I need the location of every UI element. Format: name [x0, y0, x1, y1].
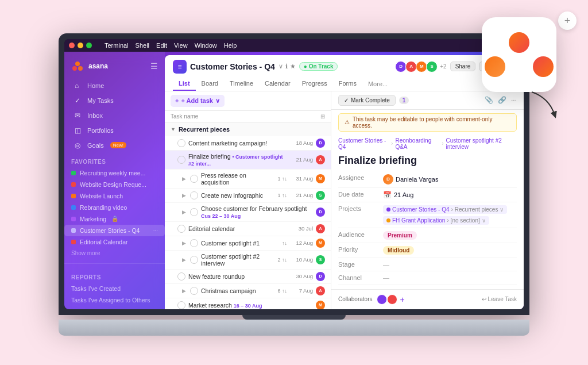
close-button[interactable] — [69, 43, 75, 48]
task-expand-icon[interactable]: ▶ — [182, 176, 186, 182]
attach-icon[interactable]: 📎 — [485, 96, 493, 104]
task-row-finalize[interactable]: Finalize briefing • Customer spotlight #… — [165, 151, 331, 170]
leave-task-button[interactable]: ↩ Leave Task — [482, 296, 517, 302]
audience-value[interactable]: Premium — [383, 231, 517, 240]
show-more-link[interactable]: Show more — [64, 248, 165, 259]
task-checkbox-spotlight2[interactable] — [190, 256, 198, 264]
section-header-recurrent[interactable]: ▼ Recurrent pieces — [165, 122, 331, 136]
task-row-spotlight2[interactable]: ▶ Customer spotlight #2 interview 2 ↑↓ 1… — [165, 251, 331, 270]
task-row-feature[interactable]: New feature roundup 30 Aug D — [165, 270, 331, 284]
menu-edit[interactable]: Edit — [156, 42, 167, 49]
info-icon[interactable]: ℹ — [285, 63, 288, 70]
task-expand-icon-2[interactable]: ▶ — [182, 193, 186, 198]
share-button[interactable]: Share — [450, 62, 476, 71]
tab-board[interactable]: Board — [196, 77, 224, 91]
task-expand-icon-5[interactable]: ▶ — [182, 257, 186, 263]
sidebar-menu-icon[interactable]: ☰ — [150, 62, 158, 71]
sidebar-fav-customer-stories[interactable]: Customer Stories - Q4 ··· — [64, 225, 165, 236]
add-task-label: + Add task — [181, 97, 213, 104]
task-expand-icon-3[interactable]: ▶ — [182, 209, 186, 215]
add-task-button[interactable]: + + Add task ∨ — [171, 95, 225, 107]
priority-value[interactable]: Midloud — [383, 246, 517, 255]
task-checkbox-spotlight1[interactable] — [190, 239, 198, 247]
task-row-christmas[interactable]: ▶ Christmas campaign 6 ↑↓ 7 Aug A — [165, 284, 331, 298]
task-row-market[interactable]: Market research 16 – 30 Aug M — [165, 298, 331, 309]
project-tag-fh-grant[interactable]: FH Grant Application › [no section] ∨ — [383, 216, 489, 225]
sidebar-fav-recruiting[interactable]: Recruiting weekly mee... — [64, 167, 165, 179]
sidebar-fav-editorial[interactable]: Editorial Calendar — [64, 236, 165, 248]
task-list-scroll[interactable]: ▼ Recurrent pieces Content marketing cam… — [165, 122, 331, 309]
sidebar-nav-my-tasks[interactable]: ✓ My Tasks — [68, 94, 161, 107]
tab-list[interactable]: List — [173, 77, 196, 91]
task-expand-icon-6[interactable]: ▶ — [182, 288, 186, 294]
menu-view[interactable]: View — [174, 42, 188, 49]
maximize-button[interactable] — [86, 43, 92, 48]
add-task-chevron: ∨ — [215, 97, 220, 105]
sidebar-nav-goals[interactable]: ◎ Goals New! — [68, 139, 161, 152]
menu-help[interactable]: Help — [224, 42, 237, 49]
link-icon[interactable]: 🔗 — [498, 96, 506, 104]
tab-calendar[interactable]: Calendar — [259, 77, 296, 91]
more-icon[interactable]: ··· — [511, 96, 517, 104]
add-collaborator-button[interactable]: + — [400, 295, 404, 304]
tab-progress[interactable]: Progress — [296, 77, 333, 91]
task-date-christmas: 7 Aug — [290, 287, 313, 294]
task-checkbox[interactable] — [177, 139, 185, 147]
sidebar-fav-marketing[interactable]: Marketing 🔒 — [64, 213, 165, 225]
task-checkbox-editorial[interactable] — [177, 225, 185, 233]
menu-terminal[interactable]: Terminal — [105, 42, 129, 49]
report-recently-completed[interactable]: Recently Completed Tasks — [64, 306, 165, 309]
breadcrumb-2[interactable]: Reonboarding Q&A — [395, 137, 439, 150]
sidebar-nav-inbox[interactable]: ✉ Inbox — [68, 109, 161, 122]
report-tasks-created[interactable]: Tasks I've Created — [64, 283, 165, 294]
task-checkbox-market[interactable] — [177, 301, 185, 309]
task-checkbox-christmas[interactable] — [190, 287, 198, 295]
minimize-button[interactable] — [78, 43, 83, 48]
tab-timeline[interactable]: Timeline — [224, 77, 259, 91]
laptop-notch — [242, 315, 346, 320]
sidebar-nav-home[interactable]: ⌂ Home — [68, 79, 161, 93]
sidebar-fav-website-launch[interactable]: Website Launch — [64, 190, 165, 202]
task-row-spotlight1[interactable]: ▶ Customer spotlight #1 ↑↓ 12 Aug M — [165, 236, 331, 251]
task-row-editorial[interactable]: Editorial calendar 30 Jul A — [165, 222, 331, 236]
task-row-infographic[interactable]: ▶ Create new infographic 1 ↑↓ 21 Aug S — [165, 189, 331, 203]
star-icon[interactable]: ★ — [290, 63, 296, 70]
stage-value[interactable]: — — [383, 261, 517, 268]
task-name-christmas: Christmas campaign — [201, 287, 274, 294]
task-date-press: 31 Aug — [290, 175, 313, 182]
task-row-press[interactable]: ▶ Press release on acquisition 1 ↑↓ 31 A… — [165, 170, 331, 189]
expand-collapse-icon[interactable]: ⊞ — [320, 113, 325, 120]
report-tasks-assigned[interactable]: Tasks I've Assigned to Others — [64, 294, 165, 306]
task-checkbox-finalize[interactable] — [177, 156, 185, 164]
task-name-col-header: Task name — [171, 113, 320, 120]
collab-avatar-1 — [377, 294, 387, 305]
ellipsis-icon[interactable]: ··· — [153, 227, 158, 233]
task-avatar-spotlight1: M — [316, 239, 325, 248]
dropdown-chevron-icon[interactable]: ∨ — [278, 63, 283, 70]
tab-forms[interactable]: Forms — [333, 77, 362, 91]
sidebar-fav-website-design[interactable]: Website Design Reque... — [64, 179, 165, 190]
project-tag-customer-stories[interactable]: Customer Stories - Q4 › Recurrent pieces… — [383, 205, 507, 214]
breadcrumb-1[interactable]: Customer Stories - Q4 — [338, 137, 389, 150]
breadcrumb-3[interactable]: Customer spotlight #2 interview — [446, 137, 517, 150]
task-expand-icon-4[interactable]: ▶ — [182, 240, 186, 246]
task-checkbox-feature[interactable] — [177, 272, 185, 281]
menu-shell[interactable]: Shell — [136, 42, 149, 49]
menu-window[interactable]: Window — [195, 42, 217, 49]
sidebar-nav-portfolios[interactable]: ◫ Portfolios — [68, 124, 161, 137]
task-row-choose[interactable]: ▶ Choose customer for February spotlight… — [165, 203, 331, 222]
more-button[interactable]: More... — [362, 78, 393, 90]
due-date-value[interactable]: 📅 21 Aug — [383, 191, 517, 199]
task-checkbox-press[interactable] — [190, 175, 198, 183]
mark-complete-button[interactable]: ✓ Mark Complete — [338, 95, 396, 106]
task-checkbox-choose[interactable] — [190, 208, 198, 216]
checkmark-icon: ✓ — [344, 97, 349, 103]
assignee-value[interactable]: D Daniela Vargas — [383, 174, 517, 185]
task-checkbox-infographic[interactable] — [190, 191, 198, 199]
plus-corner-button[interactable]: + — [558, 11, 577, 30]
detail-field-assignee: Assignee D Daniela Vargas — [338, 171, 517, 188]
sidebar-fav-rebranding[interactable]: Rebranding video — [64, 202, 165, 213]
task-row[interactable]: Content marketing campaign! 18 Aug D — [165, 136, 331, 151]
channel-value[interactable]: — — [383, 274, 517, 281]
app-area: asana ☰ ⌂ Home ✓ My Tasks ✉ — [64, 52, 524, 309]
